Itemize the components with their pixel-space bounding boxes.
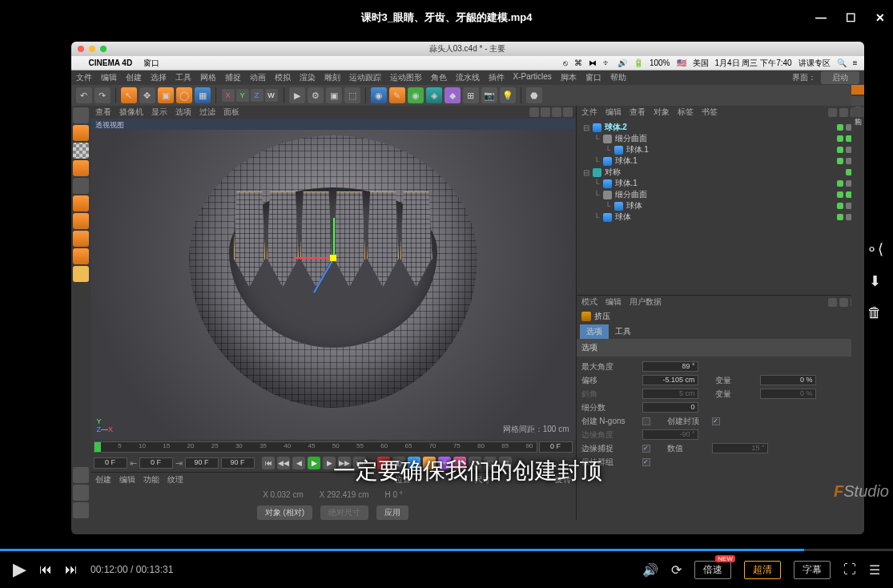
attr-tab-tool[interactable]: 工具 bbox=[609, 324, 638, 339]
attr-checkbox[interactable] bbox=[642, 417, 650, 425]
close-dot-icon[interactable] bbox=[78, 46, 84, 52]
c4d-menu-item[interactable]: 渲染 bbox=[300, 72, 316, 83]
environment-icon[interactable]: ⊞ bbox=[463, 87, 479, 103]
coord-xw[interactable]: X 292.419 cm bbox=[320, 490, 369, 499]
attr-menu[interactable]: 编辑 bbox=[605, 296, 621, 308]
om-tab[interactable]: 书签 bbox=[702, 107, 718, 118]
speed-button[interactable]: 倍速 NEW bbox=[694, 561, 731, 579]
object-mode-dropdown[interactable]: 对象 (相对) bbox=[257, 505, 312, 520]
object-hierarchy[interactable]: ⊟球体.2└细分曲面└球体.1└球体.1⊟对称└球体.1└细分曲面└球体└球体 bbox=[577, 119, 864, 295]
vp-menu-camera[interactable]: 摄像机 bbox=[119, 107, 143, 118]
c4d-menu-item[interactable]: 插件 bbox=[489, 72, 505, 83]
timeline-track[interactable]: 051015202530354045505560657075808590 bbox=[94, 441, 537, 453]
attr-value-field[interactable]: 0 % bbox=[760, 389, 816, 399]
edge-icon[interactable] bbox=[73, 195, 89, 211]
fullscreen-icon[interactable]: ⛶ bbox=[843, 562, 856, 577]
take-icon[interactable]: ⬚ bbox=[344, 87, 360, 103]
snap-icon[interactable] bbox=[73, 266, 89, 282]
coord-x[interactable]: X 0.032 cm bbox=[263, 490, 304, 499]
point-icon[interactable] bbox=[73, 178, 89, 194]
tag-icon[interactable] bbox=[837, 135, 843, 142]
undo-icon[interactable]: ↶ bbox=[76, 87, 92, 103]
prev-track-icon[interactable]: ⏮ bbox=[39, 562, 52, 577]
search-icon[interactable] bbox=[828, 108, 837, 117]
om-tab[interactable]: 文件 bbox=[581, 107, 597, 118]
viewport-3d[interactable]: YZ—X 网格间距：100 cm bbox=[91, 130, 576, 440]
tag-icon[interactable] bbox=[837, 147, 843, 153]
home-icon[interactable] bbox=[839, 108, 848, 117]
attr-value-field[interactable]: 89 ° bbox=[642, 361, 698, 372]
editable-icon[interactable] bbox=[73, 107, 89, 123]
side-tab[interactable]: 内容浏览器 bbox=[851, 96, 864, 106]
scale-tool-icon[interactable]: ▦ bbox=[195, 87, 211, 103]
hierarchy-item[interactable]: └球体 bbox=[580, 200, 861, 211]
rotate-tool-icon[interactable]: ◯ bbox=[176, 87, 192, 103]
attr-nav-icon[interactable] bbox=[828, 298, 837, 307]
c4d-menu-item[interactable]: 选择 bbox=[151, 72, 167, 83]
c4d-menu-item[interactable]: 窗口 bbox=[585, 72, 601, 83]
workplane-icon[interactable] bbox=[73, 160, 89, 176]
attr-menu[interactable]: 用户数据 bbox=[630, 296, 662, 308]
tray-item[interactable]: 讲课专区 bbox=[798, 58, 831, 69]
vp-menu-filter[interactable]: 过滤 bbox=[199, 107, 215, 118]
attr-checkbox[interactable]: ✓ bbox=[712, 417, 720, 425]
attr-fn-icon[interactable] bbox=[839, 298, 848, 307]
zoom-dot-icon[interactable] bbox=[100, 46, 107, 52]
mac-menu-window[interactable]: 窗口 bbox=[143, 58, 159, 69]
playlist-icon[interactable]: ☰ bbox=[869, 562, 880, 578]
move-tool-icon[interactable]: ✥ bbox=[139, 87, 155, 103]
hierarchy-item[interactable]: └球体.1 bbox=[580, 144, 861, 155]
viewport-solo2-icon[interactable] bbox=[73, 485, 89, 501]
select-tool-icon[interactable]: ↖ bbox=[121, 87, 137, 103]
side-tab[interactable]: 改变 bbox=[851, 85, 864, 95]
subtitle-button[interactable]: 字幕 bbox=[794, 561, 831, 579]
min-dot-icon[interactable] bbox=[89, 46, 95, 52]
apply-button[interactable]: 应用 bbox=[376, 505, 408, 520]
coord-h[interactable]: H 0 ° bbox=[384, 490, 402, 499]
attr-value-field[interactable]: 0 % bbox=[760, 375, 816, 385]
hierarchy-item[interactable]: └细分曲面 bbox=[580, 133, 861, 144]
search-icon[interactable]: 🔍 bbox=[837, 58, 847, 67]
hierarchy-item[interactable]: ⊟对称 bbox=[580, 167, 861, 178]
axis-z-button[interactable]: Z bbox=[251, 89, 263, 102]
c4d-menu-item[interactable]: 模拟 bbox=[275, 72, 291, 83]
attr-value-field[interactable]: -5.105 cm bbox=[642, 375, 698, 385]
timeline[interactable]: 051015202530354045505560657075808590 0 F bbox=[91, 440, 576, 454]
c4d-menu-item[interactable]: 雕刻 bbox=[324, 72, 340, 83]
volume-icon[interactable]: 🔊 bbox=[642, 562, 658, 578]
render-icon[interactable]: ▶ bbox=[289, 87, 305, 103]
c4d-menu-item[interactable]: 动画 bbox=[250, 72, 266, 83]
attr-value-field[interactable]: -90 ° bbox=[642, 429, 698, 440]
generator-icon[interactable]: ◈ bbox=[426, 87, 442, 103]
tag-icon[interactable] bbox=[837, 191, 843, 198]
tag-icon[interactable] bbox=[837, 214, 843, 220]
axis-icon[interactable] bbox=[73, 248, 89, 264]
menu-icon[interactable]: ≡ bbox=[853, 58, 858, 67]
deformer-icon[interactable]: ◆ bbox=[444, 87, 461, 103]
hierarchy-item[interactable]: ⊟球体.2 bbox=[580, 122, 861, 133]
vp-nav-icon[interactable] bbox=[541, 107, 550, 117]
attr-checkbox[interactable]: ✓ bbox=[642, 445, 650, 453]
minimize-icon[interactable]: — bbox=[815, 11, 827, 24]
c4d-menu-item[interactable]: X-Particles bbox=[513, 72, 552, 83]
axis-w-button[interactable]: W bbox=[265, 89, 278, 102]
hierarchy-item[interactable]: └球体 bbox=[580, 211, 861, 223]
om-tab[interactable]: 标签 bbox=[678, 107, 694, 118]
c4d-menu-item[interactable]: 捕捉 bbox=[225, 72, 241, 83]
c4d-menu-item[interactable]: 文件 bbox=[76, 72, 92, 83]
c4d-menu-item[interactable]: 角色 bbox=[431, 72, 447, 83]
vp-menu-options[interactable]: 选项 bbox=[175, 107, 191, 118]
c4d-menu-item[interactable]: 创建 bbox=[126, 72, 142, 83]
vp-nav-icon[interactable] bbox=[552, 107, 561, 117]
tag-icon[interactable] bbox=[837, 203, 843, 209]
c4d-menu-item[interactable]: 网格 bbox=[200, 72, 216, 83]
attr-value-field[interactable]: 15 ° bbox=[712, 443, 768, 453]
quality-button[interactable]: 超清 bbox=[744, 561, 781, 579]
c4d-menu-item[interactable]: 流水线 bbox=[456, 72, 480, 83]
maximize-icon[interactable]: ☐ bbox=[846, 11, 856, 24]
attr-menu[interactable]: 模式 bbox=[581, 296, 597, 308]
play-button[interactable]: ▶ bbox=[13, 559, 26, 580]
model-icon[interactable] bbox=[73, 125, 89, 141]
primitive-icon[interactable]: ◉ bbox=[371, 87, 387, 103]
vp-menu-view[interactable]: 查看 bbox=[95, 107, 111, 118]
